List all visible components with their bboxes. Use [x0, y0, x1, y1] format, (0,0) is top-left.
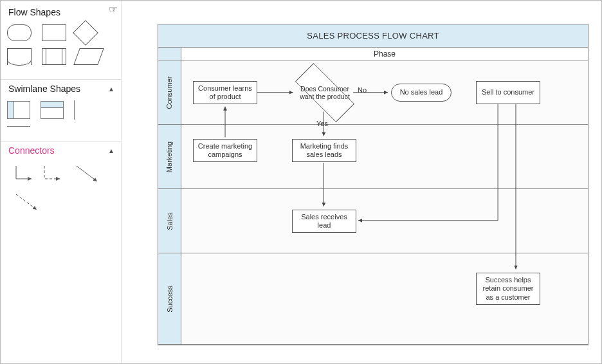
panel-swimlane-title: Swimlane Shapes	[8, 84, 80, 94]
shape-terminator[interactable]	[7, 24, 32, 41]
phase-label: Phase	[181, 48, 588, 60]
lane-marketing[interactable]: Marketing Create marketing campaigns Mar…	[158, 125, 588, 189]
lane-success[interactable]: Success Success helps retain consumer as…	[158, 253, 588, 345]
swimlane-chart[interactable]: SALES PROCESS FLOW CHART Phase Consumer …	[158, 24, 588, 345]
panel-flow-body	[1, 21, 121, 79]
panel-swimlane-body	[1, 98, 121, 141]
panel-connectors-title: Connectors	[8, 145, 55, 156]
chevron-up-icon: ▴	[109, 84, 113, 93]
panel-connectors-header[interactable]: Connectors ▴	[1, 141, 121, 159]
lane-consumer[interactable]: Consumer Consumer learns of product Does…	[158, 60, 588, 125]
shape-document[interactable]	[7, 48, 32, 65]
shape-separator-vertical[interactable]	[74, 100, 75, 120]
node-consumer-learns[interactable]: Consumer learns of product	[193, 81, 257, 104]
lane-label: Success	[166, 286, 174, 313]
lane-consumer-header: Consumer	[158, 60, 181, 124]
cursor-icon: ☞	[109, 3, 118, 15]
connectors-preview	[7, 162, 110, 220]
lane-sales-header: Sales	[158, 189, 181, 253]
panel-flow-header[interactable]: Flow Shapes	[1, 3, 121, 21]
shape-data[interactable]	[73, 48, 104, 65]
shape-swimlane-horizontal[interactable]	[41, 101, 64, 119]
panel-connectors-body	[1, 159, 121, 228]
panel-flow-title: Flow Shapes	[8, 7, 60, 17]
shape-separator-horizontal[interactable]	[7, 126, 30, 127]
shapes-sidebar: Flow Shapes Swimlane Shapes ▴	[1, 1, 122, 363]
panel-swimlane-header[interactable]: Swimlane Shapes ▴	[1, 80, 121, 98]
node-sell-consumer[interactable]: Sell to consumer	[476, 81, 540, 104]
node-decision[interactable]: Does Consumer want the product	[296, 73, 354, 112]
lane-marketing-header: Marketing	[158, 125, 181, 188]
lane-label: Consumer	[166, 76, 174, 109]
lane-label: Sales	[166, 212, 174, 230]
shape-predefined-process[interactable]	[42, 48, 66, 65]
node-create-campaigns[interactable]: Create marketing campaigns	[193, 139, 257, 162]
node-success-retain[interactable]: Success helps retain consumer as a custo…	[476, 273, 540, 305]
chart-title: SALES PROCESS FLOW CHART	[158, 24, 588, 48]
lanes-container: Consumer Consumer learns of product Does…	[158, 60, 588, 345]
shape-process[interactable]	[42, 24, 66, 41]
phase-corner	[158, 48, 181, 60]
lane-success-header: Success	[158, 253, 181, 344]
node-no-sales-lead[interactable]: No sales lead	[391, 84, 452, 102]
shape-decision[interactable]	[73, 20, 98, 46]
node-sales-receives[interactable]: Sales receives lead	[292, 210, 356, 233]
connector-straight[interactable]	[77, 166, 97, 181]
app-root: ☞ Flow Shapes Swimlane Shapes ▴	[0, 0, 602, 364]
edge-label-yes: Yes	[316, 120, 328, 127]
diagram-canvas[interactable]: SALES PROCESS FLOW CHART Phase Consumer …	[122, 1, 601, 363]
connector-orthogonal-dashed[interactable]	[44, 166, 60, 179]
edge-label-no: No	[358, 86, 367, 94]
lane-sales[interactable]: Sales Sales receives lead	[158, 189, 588, 253]
node-marketing-finds[interactable]: Marketing finds sales leads	[292, 139, 356, 162]
connector-orthogonal[interactable]	[16, 166, 32, 179]
phase-header-row: Phase	[158, 48, 588, 60]
shape-swimlane-vertical[interactable]	[7, 101, 30, 119]
lane-label: Marketing	[166, 141, 174, 172]
node-decision-text: Does Consumer want the product	[296, 73, 354, 112]
chevron-up-icon: ▴	[109, 146, 113, 155]
connector-straight-dashed[interactable]	[16, 194, 37, 210]
